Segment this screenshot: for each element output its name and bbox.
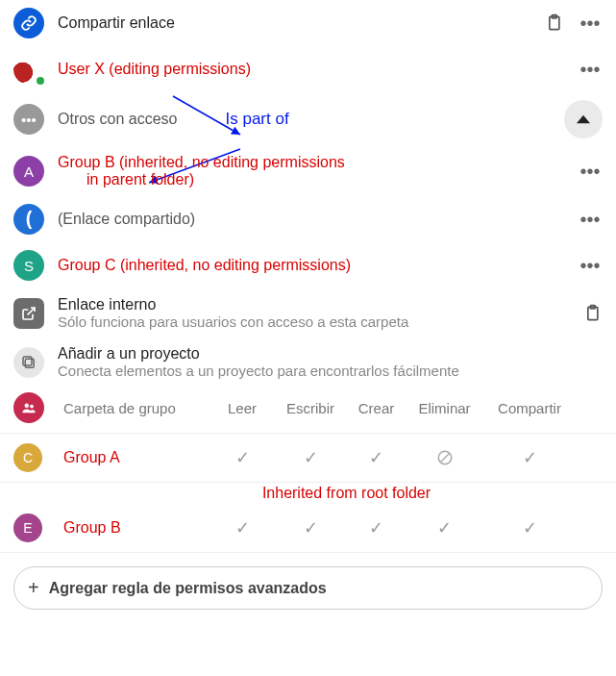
- add-advanced-rule-button[interactable]: + Agregar regla de permisos avanzados: [13, 566, 603, 610]
- shared-link-row: ( (Enlace compartido) •••: [0, 196, 616, 242]
- is-part-of-annotation: Is part of: [226, 110, 289, 129]
- perm-cell[interactable]: ✓: [277, 517, 344, 538]
- more-icon[interactable]: •••: [578, 253, 603, 278]
- col-read: Leer: [213, 400, 271, 416]
- col-share: Compartir: [486, 400, 573, 416]
- group-a-avatar: C: [13, 443, 42, 472]
- group-c-row: S Group C (inherited, no editing permiss…: [0, 242, 616, 288]
- presence-dot: [35, 75, 46, 87]
- col-group-folder: Carpeta de grupo: [63, 400, 208, 416]
- perm-cell[interactable]: ✓: [277, 447, 344, 468]
- group-b-line2: in parent folder): [58, 171, 564, 188]
- share-link-label: Compartir enlace: [58, 14, 530, 32]
- group-b-inherited-row: A Group B (inherited, no editing permiss…: [0, 146, 616, 196]
- perm-cell[interactable]: ✓: [213, 447, 271, 468]
- perm-row-group-b: E Group B ✓ ✓ ✓ ✓ ✓: [0, 504, 616, 553]
- col-write: Escribir: [277, 400, 344, 416]
- link-icon: [13, 8, 44, 38]
- internal-link-title: Enlace interno: [58, 296, 568, 313]
- group-c-label: Group C (inherited, no editing permissio…: [58, 257, 564, 274]
- others-with-access-row: ••• Otros con acceso Is part of: [0, 92, 616, 146]
- more-icon[interactable]: •••: [578, 11, 603, 36]
- add-project-title: Añadir a un proyecto: [58, 345, 603, 363]
- clipboard-icon[interactable]: [581, 303, 603, 324]
- perm-cell[interactable]: ✓: [486, 517, 573, 538]
- perm-cell[interactable]: ✓: [486, 447, 573, 468]
- perm-row-group-a: C Group A ✓ ✓ ✓ ✓: [0, 434, 616, 483]
- perm-cell[interactable]: ✓: [408, 517, 480, 538]
- shared-link-avatar: (: [13, 204, 44, 235]
- more-icon[interactable]: •••: [578, 57, 603, 82]
- svg-rect-6: [25, 359, 34, 367]
- ellipsis-avatar-icon: •••: [13, 104, 44, 135]
- svg-point-8: [25, 404, 30, 409]
- shared-link-label: (Enlace compartido): [58, 211, 564, 228]
- svg-point-9: [30, 405, 34, 409]
- group-b-avatar: A: [13, 156, 44, 187]
- col-create: Crear: [350, 400, 403, 416]
- user-x-label: User X (editing permissions): [58, 61, 564, 78]
- clipboard-icon[interactable]: [543, 13, 564, 34]
- perm-cell[interactable]: ✓: [350, 447, 403, 468]
- collapse-button[interactable]: [564, 100, 603, 138]
- group-b-line1: Group B (inherited, no editing permissio…: [58, 154, 564, 171]
- group-a-name: Group A: [63, 449, 208, 466]
- add-to-project-row[interactable]: Añadir a un proyecto Conecta elementos a…: [0, 338, 616, 387]
- group-b-perm-name: Group B: [63, 519, 208, 537]
- perm-cell-denied[interactable]: [408, 449, 480, 466]
- group-c-avatar: S: [13, 250, 44, 281]
- plus-icon: +: [28, 577, 39, 599]
- share-link-row: Compartir enlace •••: [0, 0, 616, 46]
- add-rule-label: Agregar regla de permisos avanzados: [49, 580, 327, 597]
- internal-link-row: Enlace interno Sólo funciona para usuari…: [0, 288, 616, 338]
- perm-cell[interactable]: ✓: [350, 517, 403, 538]
- others-label: Otros con acceso: [58, 111, 178, 128]
- perm-cell[interactable]: ✓: [213, 517, 271, 538]
- more-icon[interactable]: •••: [578, 159, 603, 184]
- external-link-icon: [13, 298, 44, 329]
- user-x-avatar: [13, 54, 44, 85]
- stack-icon: [13, 347, 44, 378]
- svg-line-11: [440, 454, 449, 463]
- add-project-sub: Conecta elementos a un proyecto para enc…: [58, 363, 603, 379]
- inherited-note: Inherited from root folder: [0, 483, 616, 504]
- more-icon[interactable]: •••: [578, 207, 603, 232]
- col-delete: Eliminar: [408, 400, 480, 416]
- svg-rect-7: [23, 357, 32, 365]
- group-icon: [13, 392, 44, 423]
- internal-link-sub: Sólo funciona para usuarios con acceso a…: [58, 313, 568, 330]
- user-x-row: User X (editing permissions) •••: [0, 46, 616, 92]
- group-b-perm-avatar: E: [13, 513, 42, 542]
- permissions-header: Carpeta de grupo Leer Escribir Crear Eli…: [0, 387, 616, 434]
